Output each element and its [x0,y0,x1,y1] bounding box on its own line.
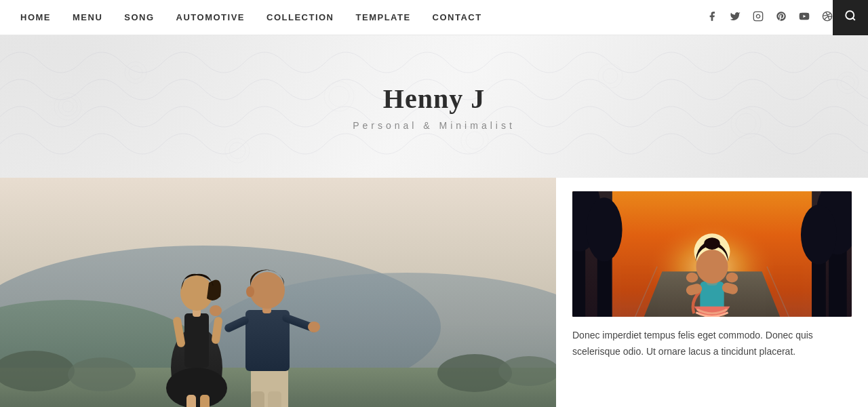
svg-point-71 [696,250,728,284]
svg-point-18 [603,69,618,83]
sidebar-image [572,191,852,317]
svg-point-68 [801,205,837,265]
svg-point-29 [68,357,136,391]
content-area: Donec imperdiet tempus felis eget commod… [0,178,868,407]
svg-rect-40 [200,395,210,407]
youtube-icon[interactable] [799,11,810,24]
svg-point-33 [166,368,227,407]
svg-point-12 [229,142,245,159]
site-subtitle: Personal & Minimalist [353,120,515,131]
svg-rect-52 [251,391,264,407]
svg-point-20 [736,113,756,134]
twitter-icon[interactable] [730,11,741,24]
svg-point-22 [841,76,854,90]
svg-point-72 [704,237,720,250]
nav-template[interactable]: TEMPLATE [356,12,411,22]
site-title: Henny J [383,83,485,115]
nav-menu[interactable]: MENU [73,12,102,22]
dribbble-icon[interactable] [822,11,833,24]
svg-point-16 [466,132,484,149]
facebook-icon[interactable] [707,11,717,24]
instagram-icon[interactable] [753,11,764,24]
svg-rect-53 [268,391,281,407]
search-button[interactable] [833,0,868,35]
svg-point-47 [246,286,254,297]
svg-point-75 [686,273,698,283]
svg-point-7 [58,97,77,116]
search-icon [844,9,856,25]
svg-point-11 [225,138,250,163]
svg-line-5 [852,18,854,20]
svg-point-14 [329,86,349,106]
nav-home[interactable]: HOME [20,12,51,22]
svg-point-64 [587,197,623,261]
svg-point-4 [846,11,854,19]
svg-point-50 [210,305,222,316]
svg-rect-39 [186,395,196,407]
svg-point-8 [62,101,73,112]
svg-point-21 [837,72,859,94]
nav-collection[interactable]: COLLECTION [267,12,334,22]
svg-point-46 [250,272,285,309]
sidebar-card: Donec imperdiet tempus felis eget commod… [556,178,868,407]
svg-rect-34 [184,313,209,368]
social-icons [707,0,833,35]
svg-point-15 [461,127,488,154]
svg-rect-0 [753,12,762,20]
svg-point-51 [308,322,320,332]
featured-image [0,178,556,407]
nav-contact[interactable]: CONTACT [433,12,482,22]
pinterest-icon[interactable] [776,11,787,24]
svg-point-17 [598,64,623,88]
hero-section: Henny J Personal & Minimalist [0,35,868,178]
nav-automotive[interactable]: AUTOMOTIVE [176,12,245,22]
main-nav: HOME MENU SONG AUTOMOTIVE COLLECTION TEM… [0,0,868,35]
sidebar-post-text: Donec imperdiet tempus felis eget commod… [572,328,852,360]
svg-point-76 [726,273,738,283]
nav-links: HOME MENU SONG AUTOMOTIVE COLLECTION TEM… [20,12,482,22]
children-photo [0,178,556,407]
nav-song[interactable]: SONG [124,12,154,22]
